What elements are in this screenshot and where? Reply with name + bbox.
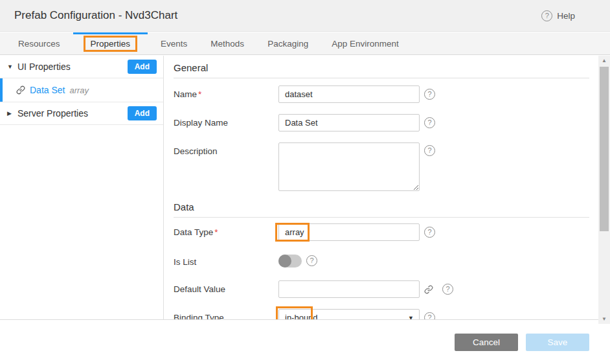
default-value-input[interactable] <box>278 280 420 298</box>
description-label: Description <box>174 146 218 156</box>
help-label: Help <box>557 11 575 21</box>
cancel-button[interactable]: Cancel <box>455 334 518 351</box>
help-circle-icon[interactable]: ? <box>424 312 435 319</box>
display-name-input[interactable] <box>278 114 420 131</box>
help-circle-icon[interactable]: ? <box>306 255 317 266</box>
annotation-highlight-properties-tab: Properties <box>84 36 138 52</box>
data-set-item-type: array <box>69 85 89 95</box>
tab-events[interactable]: Events <box>149 32 199 54</box>
name-label: Name <box>174 89 197 99</box>
ui-properties-label: UI Properties <box>17 62 71 72</box>
binding-type-value: in-bound <box>285 313 318 319</box>
tab-properties[interactable]: Properties <box>72 32 150 54</box>
description-textarea[interactable] <box>278 142 420 191</box>
field-row-binding-type: Binding Type in-bound ▼ ? <box>174 309 589 319</box>
binding-type-label: Binding Type <box>174 313 224 319</box>
help-circle-icon: ? <box>541 10 552 21</box>
data-type-label: Data Type <box>174 227 213 237</box>
tab-methods[interactable]: Methods <box>199 32 256 54</box>
scrollbar-thumb[interactable] <box>600 67 609 231</box>
dialog-header: Prefab Configuration - Nvd3Chart ? Help <box>0 0 610 32</box>
section-data-title: Data <box>174 201 589 218</box>
help-circle-icon[interactable]: ? <box>424 145 435 156</box>
prefab-configuration-dialog: Prefab Configuration - Nvd3Chart ? Help … <box>0 0 610 364</box>
help-circle-icon[interactable]: ? <box>424 117 435 128</box>
save-button[interactable]: Save <box>526 334 589 351</box>
tab-bar: Resources Properties Events Methods Pack… <box>0 32 610 55</box>
add-server-property-button[interactable]: Add <box>128 106 157 120</box>
is-list-label: Is List <box>174 257 196 267</box>
bind-link-icon[interactable] <box>424 285 433 294</box>
caret-right-icon: ▶ <box>7 110 17 117</box>
sidebar-section-ui-properties[interactable]: ▼ UI Properties Add <box>0 56 163 78</box>
field-row-default-value: Default Value ? <box>174 280 589 298</box>
name-input[interactable] <box>278 85 420 103</box>
field-row-is-list: Is List ? <box>174 253 589 267</box>
data-type-input[interactable] <box>278 223 420 241</box>
section-general-title: General <box>174 62 589 78</box>
help-circle-icon[interactable]: ? <box>424 89 435 100</box>
properties-sidebar: ▼ UI Properties Add Data Set array ▶ Ser… <box>0 56 164 319</box>
help-circle-icon[interactable]: ? <box>424 227 435 238</box>
tab-packaging[interactable]: Packaging <box>256 32 320 54</box>
display-name-label: Display Name <box>174 118 228 128</box>
dialog-footer: Cancel Save <box>0 319 610 364</box>
required-marker: * <box>214 227 218 237</box>
scroll-up-icon[interactable]: ▲ <box>598 56 610 65</box>
scroll-down-icon[interactable]: ▼ <box>598 314 610 324</box>
binding-type-select[interactable]: in-bound ▼ <box>278 309 420 319</box>
add-ui-property-button[interactable]: Add <box>128 60 157 74</box>
sidebar-section-server-properties[interactable]: ▶ Server Properties Add <box>0 102 163 125</box>
caret-down-icon: ▼ <box>7 63 17 70</box>
link-icon <box>16 85 25 95</box>
field-row-data-type: Data Type* ? <box>174 223 589 241</box>
tab-app-environment[interactable]: App Environment <box>320 32 411 54</box>
field-row-display-name: Display Name ? <box>174 114 589 131</box>
page-title: Prefab Configuration - Nvd3Chart <box>14 9 177 22</box>
required-marker: * <box>198 89 201 99</box>
tab-resources[interactable]: Resources <box>6 32 72 54</box>
field-row-description: Description ? <box>174 142 589 191</box>
help-circle-icon[interactable]: ? <box>442 284 453 295</box>
server-properties-label: Server Properties <box>17 108 88 119</box>
field-row-name: Name* ? <box>174 85 589 103</box>
help-button[interactable]: ? Help <box>541 10 575 21</box>
vertical-scrollbar[interactable]: ▲ ▼ <box>598 56 610 324</box>
default-value-label: Default Value <box>174 284 225 294</box>
sidebar-item-data-set[interactable]: Data Set array <box>0 78 163 102</box>
toggle-knob <box>278 255 291 267</box>
data-set-item-label: Data Set <box>30 85 65 95</box>
property-form: General Name* ? Display Name ? Descripti… <box>164 56 598 319</box>
chevron-down-icon: ▼ <box>408 315 414 320</box>
is-list-toggle[interactable] <box>278 255 302 267</box>
